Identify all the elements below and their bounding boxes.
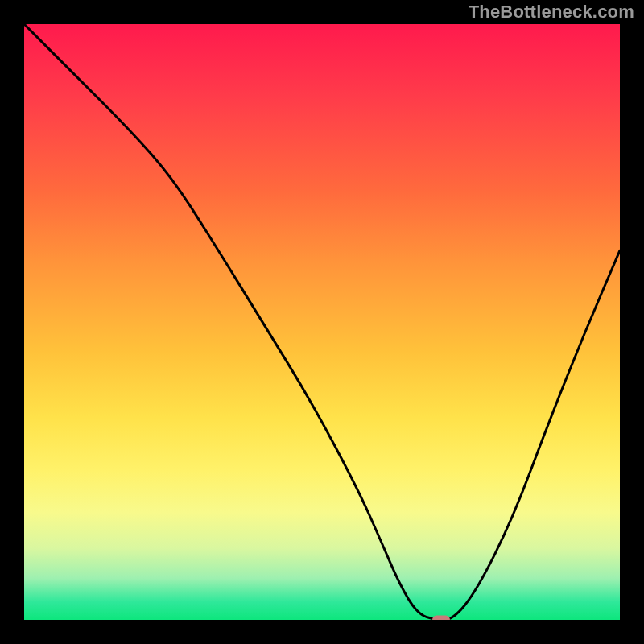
chart-frame: TheBottleneck.com xyxy=(0,0,644,644)
bottleneck-curve xyxy=(24,24,620,620)
watermark-label: TheBottleneck.com xyxy=(469,2,634,23)
optimum-marker xyxy=(432,616,450,621)
plot-area xyxy=(24,24,620,620)
curve-svg xyxy=(24,24,620,620)
